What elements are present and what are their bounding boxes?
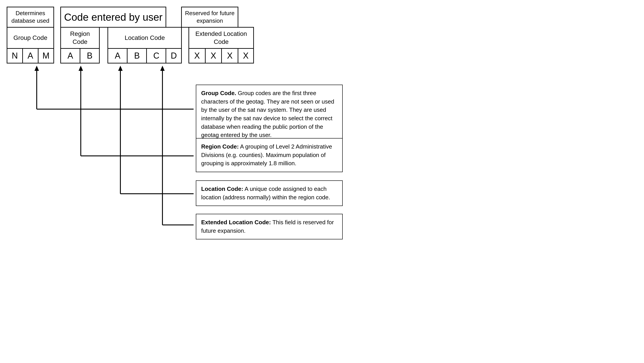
info-box-extended-code: Extended Location Code: This field is re… [196,214,343,239]
char-B1: B [80,49,99,63]
info-extended-label: Extended Location Code: [201,219,271,226]
char-N: N [7,49,23,63]
info-group-text: Group codes are the first three characte… [201,90,334,138]
info-group-label: Group Code. [201,90,236,96]
char-X3: X [222,49,238,63]
header-reserved: Reserved for futureexpansion [182,7,238,27]
geotag-table: Determinesdatabase used Code entered by … [7,7,254,64]
info-box-location-code: Location Code: A unique code assigned to… [196,180,343,206]
svg-marker-2 [34,66,39,71]
header-determines: Determinesdatabase used [7,7,54,27]
subheader-region-code: RegionCode [61,27,100,49]
char-A3: A [108,49,127,63]
info-box-region-code: Region Code: A grouping of Level 2 Admin… [196,138,343,172]
char-A1: A [23,49,38,63]
subheader-group-code: Group Code [7,27,54,49]
char-D: D [166,49,182,63]
char-X2: X [205,49,222,63]
info-region-label: Region Code: [201,143,239,150]
svg-marker-11 [160,66,165,71]
char-M: M [38,49,54,63]
char-X1: X [189,49,206,63]
char-A2: A [61,49,80,63]
table-area: Determinesdatabase used Code entered by … [7,7,254,64]
char-X4: X [238,49,254,63]
svg-marker-5 [78,66,83,71]
subheader-location-code: Location Code [108,27,182,49]
svg-marker-8 [118,66,122,71]
info-location-label: Location Code: [201,186,243,192]
char-C: C [147,49,166,63]
info-box-group-code: Group Code. Group codes are the first th… [196,85,343,144]
subheader-extended-code: Extended LocationCode [189,27,254,49]
header-code-entered: Code entered by user [61,7,166,27]
char-B2: B [127,49,147,63]
